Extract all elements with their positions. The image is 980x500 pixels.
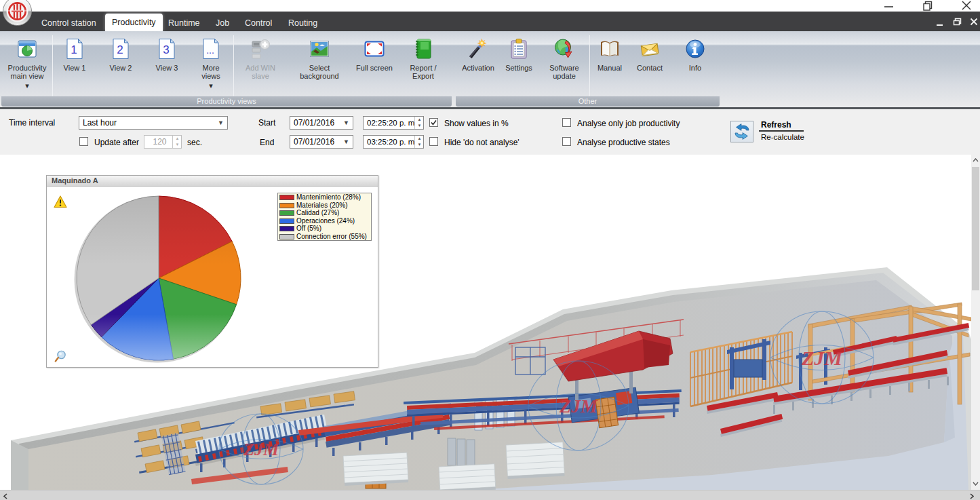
svg-text:ZJM: ZJM xyxy=(801,347,843,369)
svg-text:1: 1 xyxy=(71,43,77,56)
svg-text:...: ... xyxy=(206,45,214,56)
svg-text:3: 3 xyxy=(163,43,169,56)
svg-text:ZJM: ZJM xyxy=(243,440,279,459)
svg-text:2: 2 xyxy=(117,43,123,56)
svg-text:ZJM: ZJM xyxy=(559,396,598,417)
